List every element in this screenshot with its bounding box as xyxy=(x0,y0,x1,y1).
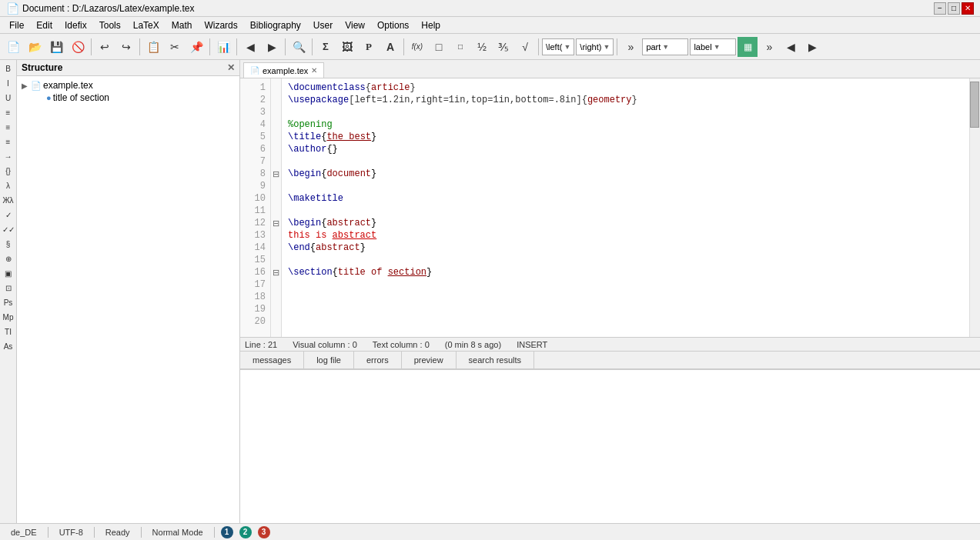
menu-item-view[interactable]: View xyxy=(339,18,371,32)
new-btn[interactable]: 📄 xyxy=(3,37,23,57)
statusbar: de_DE UTF-8 Ready Normal Mode 1 2 3 xyxy=(0,523,980,540)
fold-marker-8[interactable]: ⊟ xyxy=(271,168,281,180)
arrow-left-end-btn[interactable]: ◀ xyxy=(781,37,801,57)
pdf-btn[interactable]: P xyxy=(359,37,379,57)
tree-expand-icon[interactable]: ▶ xyxy=(22,82,29,90)
status-visual-col: Visual column : 0 xyxy=(293,340,357,349)
frac-btn[interactable]: ½ xyxy=(472,37,492,57)
forward-btn[interactable]: ▶ xyxy=(262,37,282,57)
cut-btn[interactable]: ✂ xyxy=(165,37,185,57)
menu-item-edit[interactable]: Edit xyxy=(30,18,59,32)
menu-item-bibliography[interactable]: Bibliography xyxy=(244,18,307,32)
left-icon-17[interactable]: Mp xyxy=(2,310,15,324)
fold-marker-12[interactable]: ⊟ xyxy=(271,217,281,229)
left-icon-6[interactable]: → xyxy=(2,149,15,163)
tab-close-button[interactable]: ✕ xyxy=(311,66,317,75)
status-circle-3[interactable]: 3 xyxy=(258,526,270,538)
left-icon-10[interactable]: ✓ xyxy=(2,208,15,222)
editor-scrollbar[interactable] xyxy=(969,78,980,337)
tree-root-item[interactable]: ▶ 📄 example.tex xyxy=(20,79,236,92)
sqrt-btn[interactable]: √ xyxy=(515,37,535,57)
paste-btn[interactable]: 📌 xyxy=(186,37,206,57)
menu-item-user[interactable]: User xyxy=(307,18,339,32)
left-icon-1[interactable]: I xyxy=(2,76,15,90)
left-icon-18[interactable]: TI xyxy=(2,325,15,338)
line-num-14: 14 xyxy=(240,242,270,254)
save-btn[interactable]: 💾 xyxy=(46,37,66,57)
left-icon-19[interactable]: As xyxy=(2,339,15,353)
left-icon-16[interactable]: Ps xyxy=(2,295,15,309)
fold-area: ⊟⊟⊟ xyxy=(271,78,282,337)
left-icon-5[interactable]: ≡ xyxy=(2,135,15,148)
left-icon-0[interactable]: B xyxy=(2,62,15,75)
undo-btn[interactable]: ↩ xyxy=(95,37,115,57)
left-icon-7[interactable]: {} xyxy=(2,164,15,178)
bottom-tab-preview[interactable]: preview xyxy=(402,351,457,369)
menu-item-options[interactable]: Options xyxy=(371,18,415,32)
code-editor[interactable]: \documentclass{article}\usepackage[left=… xyxy=(282,78,969,337)
bottom-tab-errors[interactable]: errors xyxy=(354,351,402,369)
left-icon-3[interactable]: ≡ xyxy=(2,105,15,119)
latex-btn[interactable]: Σ xyxy=(316,37,336,57)
image-btn[interactable]: 🖼 xyxy=(337,37,357,57)
chart-btn[interactable]: 📊 xyxy=(213,37,233,57)
bottom-tabs: messageslog fileerrorspreviewsearch resu… xyxy=(240,351,980,369)
left-icon-13[interactable]: ⊕ xyxy=(2,252,15,265)
left-icon-9[interactable]: Жλ xyxy=(2,193,15,207)
tree-file-icon: 📄 xyxy=(31,81,42,91)
search-btn[interactable]: 🔍 xyxy=(289,37,309,57)
minimize-button[interactable]: − xyxy=(934,2,946,15)
arrow-more-btn[interactable]: » xyxy=(759,37,779,57)
copy-btn[interactable]: 📋 xyxy=(143,37,163,57)
grid-btn[interactable]: ▦ xyxy=(738,37,758,57)
math-btn[interactable]: f(x) xyxy=(407,37,427,57)
double-arrow-btn[interactable]: » xyxy=(620,37,641,57)
bottom-tab-messages[interactable]: messages xyxy=(240,351,304,369)
window-controls: − □ ✕ xyxy=(934,2,974,15)
menu-item-idefix[interactable]: Idefix xyxy=(59,18,93,32)
open-btn[interactable]: 📂 xyxy=(25,37,45,57)
toolbar-sep xyxy=(312,38,313,55)
editor-tab-active[interactable]: 📄 example.tex ✕ xyxy=(243,62,324,78)
left-icon-8[interactable]: λ xyxy=(2,178,15,192)
status-circle-1[interactable]: 1 xyxy=(221,526,233,538)
line-num-15: 15 xyxy=(240,254,270,266)
left-icon-15[interactable]: ⊡ xyxy=(2,281,15,295)
left-icon-11[interactable]: ✓✓ xyxy=(2,222,15,236)
right-bracket-dropdown[interactable]: \right)▼ xyxy=(576,38,614,55)
tree-child-item[interactable]: ● title of section xyxy=(35,92,236,104)
frac2-btn[interactable]: ⅗ xyxy=(493,37,513,57)
menu-item-math[interactable]: Math xyxy=(166,18,199,32)
status-circle-2[interactable]: 2 xyxy=(239,526,252,538)
menu-item-wizards[interactable]: Wizards xyxy=(198,18,243,32)
label-dropdown[interactable]: label▼ xyxy=(690,38,736,55)
line-num-2: 2 xyxy=(240,94,270,106)
menu-item-latex[interactable]: LaTeX xyxy=(127,18,166,32)
menu-item-help[interactable]: Help xyxy=(415,18,447,32)
bottom-tab-search-results[interactable]: search results xyxy=(457,351,534,369)
back-btn[interactable]: ◀ xyxy=(240,37,260,57)
box2-btn[interactable]: □ xyxy=(450,37,470,57)
left-icon-4[interactable]: ≡ xyxy=(2,120,15,134)
close-button[interactable]: ✕ xyxy=(962,2,974,15)
left-icon-2[interactable]: U xyxy=(2,91,15,105)
toolbar: 📄📂💾🚫↩↪📋✂📌📊◀▶🔍Σ🖼PAf(x)□□½⅗√\left(▼\right)… xyxy=(0,34,980,60)
arrow-right-end-btn[interactable]: ▶ xyxy=(802,37,822,57)
line-numbers: 1234567891011121314151617181920 xyxy=(240,78,271,337)
menu-item-tools[interactable]: Tools xyxy=(93,18,127,32)
structure-close-button[interactable]: ✕ xyxy=(227,62,235,73)
bottom-tab-log-file[interactable]: log file xyxy=(304,351,354,369)
code-line-18 xyxy=(288,291,963,303)
redo-btn[interactable]: ↪ xyxy=(116,37,136,57)
part-dropdown[interactable]: part▼ xyxy=(642,38,688,55)
font-btn[interactable]: A xyxy=(380,37,400,57)
maximize-button[interactable]: □ xyxy=(948,2,960,15)
box1-btn[interactable]: □ xyxy=(429,37,449,57)
fold-marker-15 xyxy=(271,254,281,266)
fold-marker-16[interactable]: ⊟ xyxy=(271,266,281,278)
left-bracket-dropdown[interactable]: \left(▼ xyxy=(542,38,574,55)
stop-btn[interactable]: 🚫 xyxy=(68,37,88,57)
left-icon-14[interactable]: ▣ xyxy=(2,266,15,280)
left-icon-12[interactable]: § xyxy=(2,237,15,251)
menu-item-file[interactable]: File xyxy=(3,18,30,32)
